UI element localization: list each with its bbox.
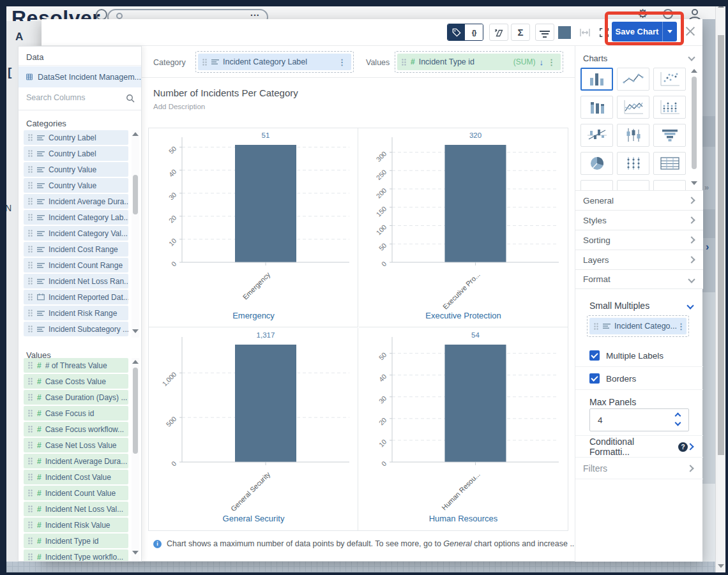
chart-type-pie[interactable]: [580, 152, 613, 175]
values-pill[interactable]: # Incident Type id (SUM) ↓ ⋮: [395, 51, 563, 73]
field-pill[interactable]: #Incident Type id: [24, 534, 128, 548]
code-toggle-button[interactable]: {}: [465, 24, 483, 40]
drag-handle-icon[interactable]: [28, 394, 33, 401]
section-sorting[interactable]: Sorting: [575, 230, 703, 250]
field-pill[interactable]: #Case Duration (Days) ...: [24, 390, 128, 405]
field-pill[interactable]: #Incident Cost Value: [24, 470, 128, 484]
field-pill[interactable]: Incident Cost Range: [24, 242, 128, 257]
chart-type-candlestick[interactable]: [617, 124, 649, 147]
field-pill[interactable]: Incident Risk Range: [24, 306, 128, 320]
stepper-up-icon[interactable]: [676, 412, 682, 416]
drag-handle-icon[interactable]: [28, 489, 33, 497]
drag-handle-icon[interactable]: [402, 59, 406, 66]
chart-title[interactable]: Number of Incidents Per Category: [153, 87, 298, 98]
field-pill[interactable]: Incident Category Val...: [24, 226, 128, 241]
chart-type-bar[interactable]: [580, 68, 613, 91]
field-pill[interactable]: #Incident Net Loss Val...: [24, 502, 128, 516]
chart-type-partial[interactable]: [653, 180, 686, 190]
chart-description-placeholder[interactable]: Add Description: [153, 103, 205, 110]
drag-handle-icon[interactable]: [28, 230, 33, 237]
section-format[interactable]: Format: [575, 269, 703, 289]
drag-handle-icon[interactable]: [28, 198, 33, 205]
section-filters[interactable]: Filters: [575, 458, 703, 479]
chart-type-partial[interactable]: [580, 180, 613, 190]
drag-handle-icon[interactable]: [28, 166, 33, 173]
rotate-labels-button[interactable]: [489, 24, 508, 41]
multiple-labels-checkbox[interactable]: [589, 350, 600, 361]
page-scrollbar[interactable]: [715, 0, 725, 572]
field-pill[interactable]: #Incident Average Dura...: [24, 454, 128, 468]
section-styles[interactable]: Styles: [575, 210, 703, 230]
drag-handle-icon[interactable]: [28, 458, 33, 465]
drag-handle-icon[interactable]: [28, 214, 33, 221]
stepper-down-icon[interactable]: [676, 421, 682, 426]
chart-panel[interactable]: 050100150200250300 320 Executive Pro... …: [359, 128, 568, 327]
field-pill[interactable]: #Case Costs Value: [24, 374, 128, 389]
drag-handle-icon[interactable]: [28, 442, 33, 449]
sort-filter-button[interactable]: [535, 24, 554, 41]
conditional-formatting-row[interactable]: Conditional Formatti... ?: [575, 437, 703, 457]
label-code-toggle[interactable]: {}: [447, 24, 483, 41]
chart-type-combo[interactable]: [580, 124, 613, 147]
field-pill[interactable]: Country Label: [24, 130, 128, 145]
small-multiples-header[interactable]: Small Multiples: [575, 296, 703, 315]
chart-type-scatter[interactable]: [653, 68, 686, 91]
drag-handle-icon[interactable]: [28, 262, 33, 269]
search-columns-input[interactable]: [26, 93, 122, 102]
fullscreen-button[interactable]: [595, 24, 613, 41]
field-pill[interactable]: Country Value: [24, 178, 128, 193]
overflow-menu-icon[interactable]: ...: [250, 8, 260, 18]
field-pill[interactable]: Incident Count Range: [24, 258, 128, 273]
chart-panel[interactable]: 05001,000 1,317 General Security General…: [149, 328, 358, 530]
save-chart-split-button[interactable]: Save Chart: [612, 22, 677, 41]
drag-handle-icon[interactable]: [28, 362, 33, 369]
chart-type-partial[interactable]: [617, 180, 649, 190]
chart-type-table[interactable]: [653, 152, 686, 175]
field-pill[interactable]: Incident Subcategory ...: [24, 322, 128, 336]
max-panels-input[interactable]: 4: [589, 408, 689, 431]
field-pill[interactable]: Country Value: [24, 162, 128, 177]
field-pill[interactable]: Incident Category Lab...: [24, 210, 128, 225]
sort-desc-icon[interactable]: ↓: [540, 57, 544, 67]
kebab-menu-icon[interactable]: ⋮: [338, 57, 346, 67]
color-swatch-button[interactable]: [558, 26, 571, 39]
field-pill[interactable]: ## of Threats Value: [24, 358, 128, 373]
kebab-menu-icon[interactable]: ⋮: [677, 322, 685, 331]
close-icon[interactable]: [684, 25, 697, 38]
drag-handle-icon[interactable]: [28, 134, 33, 141]
field-pill[interactable]: #Incident Type workflo...: [24, 549, 128, 562]
drag-handle-icon[interactable]: [594, 323, 598, 330]
collapse-panel-icon[interactable]: »: [704, 183, 709, 192]
drag-handle-icon[interactable]: [28, 150, 33, 157]
chart-type-funnel[interactable]: [653, 124, 686, 147]
tag-icon[interactable]: [448, 24, 465, 40]
aggregate-sigma-button[interactable]: Σ: [511, 24, 530, 41]
drag-handle-icon[interactable]: [28, 378, 33, 385]
values-scrollbar[interactable]: [132, 358, 139, 562]
drag-handle-icon[interactable]: [28, 537, 33, 544]
scroll-down-icon[interactable]: [718, 564, 724, 568]
small-multiples-pill[interactable]: Incident Catego... ⋮: [587, 315, 689, 337]
drag-handle-icon[interactable]: [28, 246, 33, 253]
help-icon[interactable]: [663, 9, 673, 19]
kebab-menu-icon[interactable]: ⋮: [547, 57, 556, 67]
field-pill[interactable]: #Case Focus workflow...: [24, 422, 128, 437]
expand-icon[interactable]: ›: [706, 241, 709, 253]
field-pill[interactable]: #Case Focus id: [24, 406, 128, 421]
chart-types-scrollbar[interactable]: [690, 68, 698, 190]
save-chart-button[interactable]: Save Chart: [612, 22, 662, 41]
chart-panel[interactable]: 01020304050 54 Human Resou... Human Reso…: [359, 328, 568, 530]
drag-handle-icon[interactable]: [28, 553, 33, 560]
field-pill[interactable]: #Incident Risk Value: [24, 518, 128, 532]
chart-type-multiline[interactable]: [617, 96, 649, 119]
user-icon[interactable]: [692, 9, 698, 15]
save-chart-dropdown[interactable]: [662, 22, 677, 41]
bar-width-button[interactable]: [576, 24, 594, 41]
dataset-item[interactable]: DataSet Incident Managem...: [19, 66, 141, 87]
field-pill[interactable]: #Case Net Loss Value: [24, 438, 128, 452]
drag-handle-icon[interactable]: [28, 426, 33, 433]
category-pill[interactable]: Incident Category Label ⋮: [195, 51, 354, 73]
categories-scrollbar[interactable]: [132, 130, 139, 338]
chevron-down-icon[interactable]: [688, 54, 695, 61]
drag-handle-icon[interactable]: [28, 325, 33, 332]
